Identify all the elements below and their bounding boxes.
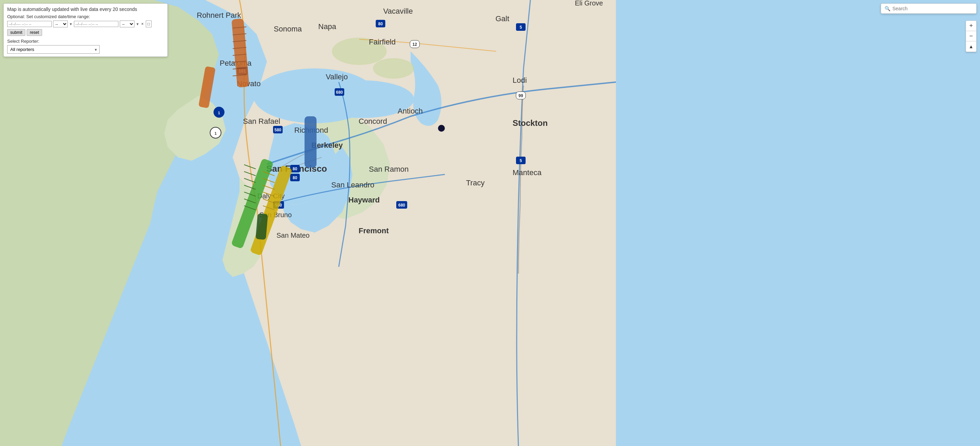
start-ampm-select[interactable]: -- AM PM [53,21,68,27]
start-datetime-input[interactable] [7,21,52,27]
svg-text:Napa: Napa [318,22,336,31]
svg-text:Eli Grove: Eli Grove [575,0,603,7]
svg-text:1: 1 [215,131,216,135]
svg-text:Hayward: Hayward [348,196,380,204]
reset-button[interactable]: reset [27,29,42,36]
svg-text:Tracy: Tracy [466,179,485,187]
svg-text:680: 680 [336,90,343,95]
svg-text:Vacaville: Vacaville [383,7,413,15]
search-icon: 🔍 [885,6,890,11]
action-row: submit reset [7,29,164,36]
svg-text:Rohnert Park: Rohnert Park [197,11,242,19]
datetime-row: -- AM PM ▼ -- AM PM ▼ × □ [7,21,164,27]
svg-text:Lodi: Lodi [512,76,527,84]
optional-label: Optional: Set customized date/time range… [7,14,164,19]
chevron-down-icon-2: ▼ [136,22,139,26]
zoom-in-button[interactable]: + [966,21,976,31]
svg-text:Stockton: Stockton [512,118,548,128]
svg-text:Antioch: Antioch [398,107,423,115]
map-controls: + − ▲ [966,21,977,52]
copy-button[interactable]: □ [146,21,151,27]
end-ampm-select[interactable]: -- AM PM [120,21,134,27]
svg-text:680: 680 [398,203,405,208]
map-container: Rohnert Park Petaluma Sonoma Napa Vacavi… [0,0,980,446]
svg-text:80: 80 [293,175,298,180]
reporter-select[interactable]: All reporters Reporter 1 Reporter 2 Repo… [7,45,100,54]
svg-text:San Mateo: San Mateo [277,232,310,239]
svg-text:San Rafael: San Rafael [243,117,280,125]
svg-text:80: 80 [378,22,383,26]
svg-text:San Leandro: San Leandro [331,181,374,189]
search-input[interactable] [892,6,973,11]
search-input-wrapper: 🔍 [881,3,977,14]
svg-text:80: 80 [293,167,298,171]
control-panel: Map is automatically updated with live d… [3,3,168,57]
svg-rect-76 [305,116,317,168]
search-box: 🔍 [881,3,977,14]
submit-button[interactable]: submit [7,29,25,36]
svg-text:Concord: Concord [359,117,387,125]
chevron-down-icon: ▼ [69,22,73,26]
svg-text:1: 1 [218,111,220,115]
svg-text:Fremont: Fremont [359,226,389,235]
svg-point-11 [373,58,414,79]
info-text: Map is automatically updated with live d… [7,6,164,12]
svg-text:Galt: Galt [495,14,509,23]
svg-text:Manteca: Manteca [512,168,542,177]
svg-text:580: 580 [274,128,281,132]
svg-text:5: 5 [520,25,522,30]
svg-text:5: 5 [520,158,522,163]
svg-text:12: 12 [412,42,417,47]
svg-text:Fairfield: Fairfield [369,38,396,46]
svg-text:San Ramon: San Ramon [369,165,409,173]
reset-bearing-button[interactable]: ▲ [966,41,976,52]
svg-text:Vallejo: Vallejo [326,73,348,81]
reporter-select-wrapper: All reporters Reporter 1 Reporter 2 Repo… [7,45,100,54]
select-reporter-label: Select Reporter: [7,39,164,44]
svg-text:99: 99 [519,94,523,98]
end-datetime-input[interactable] [74,21,118,27]
clear-button[interactable]: × [141,21,145,27]
svg-point-93 [438,125,445,132]
svg-text:Sonoma: Sonoma [274,25,302,33]
zoom-out-button[interactable]: − [966,31,976,41]
